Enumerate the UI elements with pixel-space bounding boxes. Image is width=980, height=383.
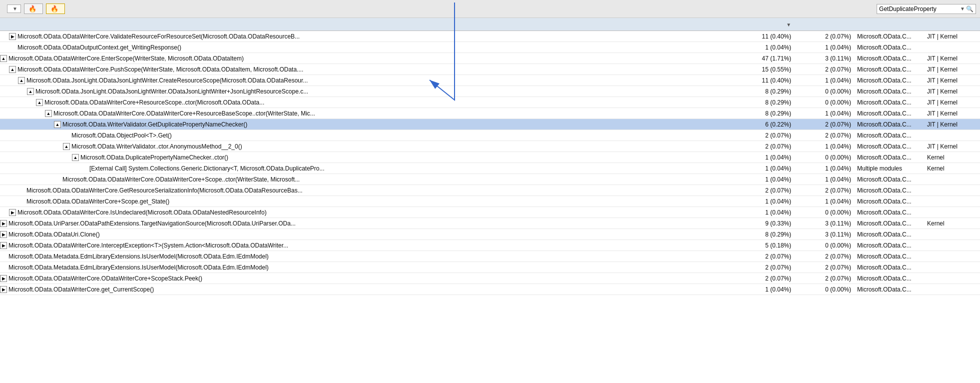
show-hot-path-button[interactable]: 🔥 bbox=[46, 4, 65, 14]
cell-total-cpu: 1 (0.04%) bbox=[735, 154, 795, 161]
table-row[interactable]: ▶Microsoft.OData.ODataUri.Clone()8 (0.29… bbox=[0, 229, 980, 240]
table-row[interactable]: Microsoft.OData.Metadata.EdmLibraryExten… bbox=[0, 262, 980, 273]
cell-module: Microsoft.OData.C... bbox=[855, 143, 925, 150]
cell-self-cpu: 0 (0.00%) bbox=[795, 242, 855, 249]
cell-category: JIT | Kernel bbox=[925, 77, 980, 84]
collapse-button[interactable]: ▲ bbox=[0, 55, 7, 62]
cell-module: Microsoft.OData.C... bbox=[855, 275, 925, 282]
table-row[interactable]: ▲Microsoft.OData.ODataWriterCore.EnterSc… bbox=[0, 53, 980, 64]
cell-category: Kernel bbox=[925, 220, 980, 227]
table-row[interactable]: Microsoft.OData.ODataWriterCore+Scope.ge… bbox=[0, 196, 980, 207]
cell-category: JIT | Kernel bbox=[925, 99, 980, 106]
search-icon[interactable]: 🔍 bbox=[966, 6, 974, 12]
cell-name: Microsoft.OData.ObjectPool<T>.Get() bbox=[0, 132, 735, 139]
column-headers: ▼ bbox=[0, 18, 980, 31]
expand-button[interactable]: ▶ bbox=[0, 286, 7, 293]
cell-name: [External Call] System.Collections.Gener… bbox=[0, 165, 735, 172]
cell-total-cpu: 1 (0.04%) bbox=[735, 209, 795, 216]
search-dropdown-arrow[interactable]: ▼ bbox=[960, 6, 965, 12]
table-row[interactable]: ▶Microsoft.OData.ODataWriterCore.get_Cur… bbox=[0, 284, 980, 295]
cell-total-cpu: 8 (0.29%) bbox=[735, 231, 795, 238]
cell-module: Microsoft.OData.C... bbox=[855, 88, 925, 95]
table-row[interactable]: ▶Microsoft.OData.ODataWriterCore.IsUndec… bbox=[0, 207, 980, 218]
no-expand-placeholder bbox=[18, 198, 25, 205]
function-name: Microsoft.OData.ODataOutputContext.get_W… bbox=[17, 44, 181, 51]
function-name: Microsoft.OData.ODataWriterCore.IsUndecl… bbox=[17, 209, 267, 216]
cell-name: Microsoft.OData.ODataWriterCore.ODataWri… bbox=[0, 176, 735, 183]
function-name: Microsoft.OData.ODataWriterCore.ODataWri… bbox=[62, 176, 300, 183]
cell-module: Microsoft.OData.C... bbox=[855, 253, 925, 260]
cell-total-cpu: 2 (0.07%) bbox=[735, 264, 795, 271]
cell-category: JIT | Kernel bbox=[925, 143, 980, 150]
cell-name: ▲Microsoft.OData.ODataWriterCore.EnterSc… bbox=[0, 55, 735, 62]
table-row[interactable]: ▲Microsoft.OData.WriterValidator.GetDupl… bbox=[0, 119, 980, 130]
function-name: Microsoft.OData.ODataWriterCore+Scope.ge… bbox=[26, 198, 169, 205]
cell-module: Microsoft.OData.C... bbox=[855, 198, 925, 205]
cell-self-cpu: 0 (0.00%) bbox=[795, 286, 855, 293]
cell-self-cpu: 2 (0.07%) bbox=[795, 187, 855, 194]
no-expand-placeholder bbox=[81, 165, 88, 172]
table-row[interactable]: ▶Microsoft.OData.ODataWriterCore.Interce… bbox=[0, 240, 980, 251]
table-row[interactable]: ▲Microsoft.OData.JsonLight.ODataJsonLigh… bbox=[0, 75, 980, 86]
expand-button[interactable]: ▶ bbox=[0, 275, 7, 282]
cell-category: JIT | Kernel bbox=[925, 33, 980, 40]
collapse-button[interactable]: ▲ bbox=[54, 121, 61, 128]
function-name: Microsoft.OData.ODataWriterCore.Validate… bbox=[17, 33, 300, 40]
cell-total-cpu: 6 (0.22%) bbox=[735, 121, 795, 128]
table-row[interactable]: ▲Microsoft.OData.ODataWriterCore.ODataWr… bbox=[0, 108, 980, 119]
view-dropdown[interactable]: ▼ bbox=[7, 4, 21, 13]
cell-self-cpu: 1 (0.04%) bbox=[795, 198, 855, 205]
collapse-button[interactable]: ▲ bbox=[18, 77, 25, 84]
cell-name: ▶Microsoft.OData.ODataWriterCore.IsUndec… bbox=[0, 209, 735, 216]
table-row[interactable]: ▶Microsoft.OData.ODataWriterCore.Validat… bbox=[0, 31, 980, 42]
cell-category: Kernel bbox=[925, 165, 980, 172]
collapse-button[interactable]: ▲ bbox=[9, 66, 16, 73]
collapse-button[interactable]: ▲ bbox=[72, 154, 79, 161]
table-row[interactable]: ▶Microsoft.OData.ODataWriterCore.ODataWr… bbox=[0, 273, 980, 284]
table-row[interactable]: ▲Microsoft.OData.WriterValidator..ctor.A… bbox=[0, 141, 980, 152]
cell-self-cpu: 1 (0.04%) bbox=[795, 44, 855, 51]
search-input[interactable] bbox=[879, 6, 959, 12]
expand-button[interactable]: ▶ bbox=[9, 33, 16, 40]
table-row[interactable]: [External Call] System.Collections.Gener… bbox=[0, 163, 980, 174]
cell-name: Microsoft.OData.Metadata.EdmLibraryExten… bbox=[0, 264, 735, 271]
table-row[interactable]: ▶Microsoft.OData.UriParser.ODataPathExte… bbox=[0, 218, 980, 229]
col-header-total-cpu[interactable]: ▼ bbox=[735, 21, 795, 28]
table-row[interactable]: Microsoft.OData.ODataWriterCore.GetResou… bbox=[0, 185, 980, 196]
collapse-button[interactable]: ▲ bbox=[27, 88, 34, 95]
cell-self-cpu: 1 (0.04%) bbox=[795, 110, 855, 117]
table-row[interactable]: Microsoft.OData.ODataOutputContext.get_W… bbox=[0, 42, 980, 53]
expand-button[interactable]: ▶ bbox=[0, 242, 7, 249]
expand-button[interactable]: ▶ bbox=[0, 220, 7, 227]
collapse-button[interactable]: ▲ bbox=[45, 110, 52, 117]
cell-total-cpu: 1 (0.04%) bbox=[735, 198, 795, 205]
function-name: Microsoft.OData.ODataWriterCore.PushScop… bbox=[17, 66, 303, 73]
function-name: Microsoft.OData.ODataWriterCore+Resource… bbox=[44, 99, 264, 106]
cell-category: JIT | Kernel bbox=[925, 121, 980, 128]
cell-category: JIT | Kernel bbox=[925, 88, 980, 95]
table-row[interactable]: ▲Microsoft.OData.ODataWriterCore.PushSco… bbox=[0, 64, 980, 75]
table-row[interactable]: ▲Microsoft.OData.DuplicatePropertyNameCh… bbox=[0, 152, 980, 163]
cell-self-cpu: 0 (0.00%) bbox=[795, 99, 855, 106]
table-row[interactable]: Microsoft.OData.Metadata.EdmLibraryExten… bbox=[0, 251, 980, 262]
toolbar: ▼ 🔥 🔥 ▼ 🔍 bbox=[0, 0, 980, 18]
cell-module: Microsoft.OData.C... bbox=[855, 66, 925, 73]
cell-total-cpu: 8 (0.29%) bbox=[735, 110, 795, 117]
table-row[interactable]: Microsoft.OData.ODataWriterCore.ODataWri… bbox=[0, 174, 980, 185]
table-row[interactable]: Microsoft.OData.ObjectPool<T>.Get()2 (0.… bbox=[0, 130, 980, 141]
table-row[interactable]: ▲Microsoft.OData.JsonLight.ODataJsonLigh… bbox=[0, 86, 980, 97]
collapse-button[interactable]: ▲ bbox=[36, 99, 43, 106]
function-name: Microsoft.OData.Metadata.EdmLibraryExten… bbox=[8, 253, 269, 260]
collapse-button[interactable]: ▲ bbox=[63, 143, 70, 150]
cell-total-cpu: 1 (0.04%) bbox=[735, 286, 795, 293]
function-name: Microsoft.OData.ObjectPool<T>.Get() bbox=[71, 132, 172, 139]
expand-hot-path-button[interactable]: 🔥 bbox=[24, 4, 43, 14]
cell-total-cpu: 1 (0.04%) bbox=[735, 44, 795, 51]
table-row[interactable]: ▲Microsoft.OData.ODataWriterCore+Resourc… bbox=[0, 97, 980, 108]
expand-button[interactable]: ▶ bbox=[0, 231, 7, 238]
cell-name: ▶Microsoft.OData.UriParser.ODataPathExte… bbox=[0, 220, 735, 227]
cell-total-cpu: 5 (0.18%) bbox=[735, 242, 795, 249]
cell-module: Microsoft.OData.C... bbox=[855, 264, 925, 271]
expand-button[interactable]: ▶ bbox=[9, 209, 16, 216]
cell-name: ▶Microsoft.OData.ODataWriterCore.ODataWr… bbox=[0, 275, 735, 282]
